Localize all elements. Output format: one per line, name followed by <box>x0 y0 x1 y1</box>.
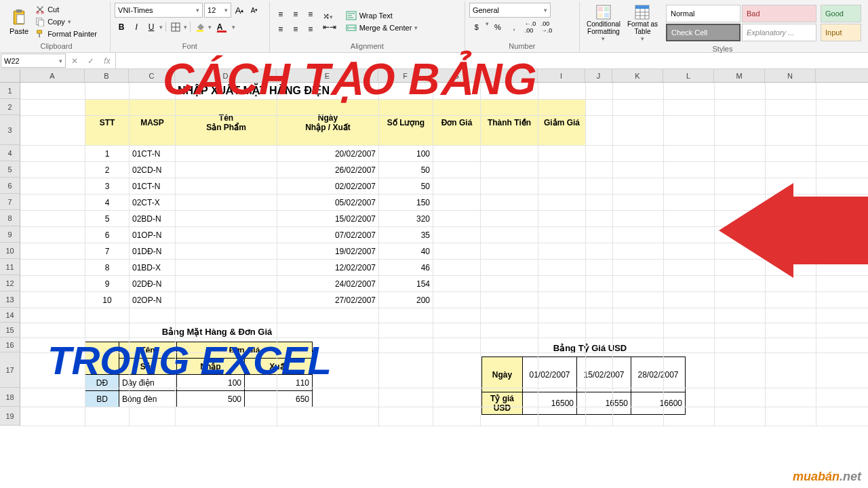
table2-title: Bảng Mặt Hàng & Đơn Giá <box>122 327 312 337</box>
svg-rect-21 <box>635 5 649 9</box>
font-name-select[interactable]: VNI-Times▾ <box>115 3 203 18</box>
border-icon <box>171 22 180 32</box>
row-header[interactable]: 15 <box>0 323 20 338</box>
column-header[interactable]: L <box>663 69 714 82</box>
underline-button[interactable]: U <box>144 20 158 34</box>
svg-rect-18 <box>598 13 603 18</box>
column-header[interactable]: I <box>538 69 585 82</box>
wrap-text-button[interactable]: Wrap Text <box>346 11 418 20</box>
row-header[interactable]: 7 <box>0 194 20 210</box>
name-box[interactable]: W22▾ <box>1 54 66 68</box>
style-bad[interactable]: Bad <box>742 5 816 22</box>
column-header[interactable]: M <box>714 69 765 82</box>
decrease-decimal-button[interactable]: .00→.0 <box>539 20 554 34</box>
row-header[interactable]: 8 <box>0 210 20 226</box>
column-header[interactable]: C <box>129 69 175 82</box>
fill-color-button[interactable] <box>193 20 207 34</box>
row-header[interactable]: 13 <box>0 291 20 308</box>
shrink-font-button[interactable]: A▾ <box>248 3 261 17</box>
row-header[interactable]: 3 <box>0 115 20 145</box>
column-header[interactable]: E <box>277 69 378 82</box>
align-bottom-button[interactable]: ≡ <box>304 7 317 21</box>
style-check-cell[interactable]: Check Cell <box>666 24 741 41</box>
decrease-indent-button[interactable]: ⇤ <box>323 22 330 32</box>
svg-rect-8 <box>39 33 40 37</box>
row-header[interactable]: 12 <box>0 275 20 291</box>
bold-button[interactable]: B <box>115 20 128 34</box>
number-format-select[interactable]: General▾ <box>469 3 551 18</box>
row-header[interactable]: 16 <box>0 338 20 352</box>
row-header[interactable]: 14 <box>0 308 20 323</box>
copy-button[interactable]: Copy ▾ <box>34 16 98 27</box>
cut-button[interactable]: Cut <box>34 4 98 15</box>
cells-area[interactable]: NHẬP XUẤT MẶT HÀNG ĐIỆN STTMASPTên Sản P… <box>20 83 868 426</box>
formula-input[interactable] <box>116 53 868 68</box>
column-header[interactable]: F <box>378 69 433 82</box>
font-size-select[interactable]: 12▾ <box>204 3 231 18</box>
column-header[interactable]: A <box>20 69 85 82</box>
align-center-button[interactable]: ≡ <box>289 22 302 36</box>
comma-button[interactable]: , <box>507 20 521 34</box>
row-header[interactable]: 17 <box>0 352 20 388</box>
row-header[interactable]: 5 <box>0 161 20 178</box>
increase-decimal-button[interactable]: ←.0.00 <box>523 20 538 34</box>
italic-button[interactable]: I <box>130 20 143 34</box>
cancel-button[interactable]: ✕ <box>66 56 83 66</box>
svg-rect-6 <box>39 20 44 26</box>
group-number: General▾ $▾ % , ←.0.00 .00→.0 Number <box>465 1 580 52</box>
column-header[interactable]: N <box>765 69 816 82</box>
table-products: TênĐơn GiáSảnNhậpXuấtDĐDây điện100110BDB… <box>85 342 313 407</box>
group-clipboard: Paste Cut Copy ▾ Format Painter Clipboar… <box>3 1 111 52</box>
align-left-button[interactable]: ≡ <box>274 22 288 36</box>
currency-button[interactable]: $ <box>469 20 484 34</box>
row-header[interactable]: 4 <box>0 145 20 161</box>
format-painter-button[interactable]: Format Painter <box>34 28 98 39</box>
row-header[interactable]: 6 <box>0 178 20 194</box>
align-top-button[interactable]: ≡ <box>274 7 288 21</box>
style-normal[interactable]: Normal <box>666 5 741 22</box>
align-right-button[interactable]: ≡ <box>304 22 317 36</box>
merge-center-button[interactable]: Merge & Center ▾ <box>346 23 418 33</box>
align-middle-button[interactable]: ≡ <box>289 7 302 21</box>
row-header[interactable]: 19 <box>0 407 20 426</box>
wrap-icon <box>346 11 357 20</box>
select-all-corner[interactable] <box>0 69 20 82</box>
row-header[interactable]: 9 <box>0 226 20 243</box>
row-header[interactable]: 2 <box>0 99 20 115</box>
paste-button[interactable]: Paste <box>7 7 31 37</box>
column-header[interactable]: D <box>175 69 277 82</box>
grow-font-button[interactable]: A▴ <box>233 3 246 17</box>
style-input[interactable]: Input <box>821 24 861 41</box>
brush-icon <box>35 29 45 39</box>
group-font: VNI-Times▾ 12▾ A▴ A▾ B I U ▾ ▾ ▾ A <box>111 1 270 52</box>
percent-button[interactable]: % <box>490 20 505 34</box>
format-as-table-button[interactable]: Format as Table▾ <box>625 3 660 43</box>
row-header[interactable]: 18 <box>0 388 20 407</box>
bucket-icon <box>195 22 205 32</box>
column-header[interactable]: J <box>585 69 612 82</box>
column-header[interactable]: G <box>433 69 480 82</box>
table3-title: Bảng Tỷ Giá USD <box>495 343 685 353</box>
svg-rect-1 <box>16 9 22 12</box>
orientation-button[interactable]: ⤮▾ <box>323 12 339 21</box>
spreadsheet-grid[interactable]: ABCDEFGHIJKLMN 1234567891011121314151617… <box>0 69 868 488</box>
fx-button[interactable]: fx <box>99 56 115 66</box>
increase-indent-button[interactable]: ⇥ <box>330 22 336 32</box>
column-header[interactable]: K <box>612 69 663 82</box>
row-header[interactable]: 10 <box>0 243 20 259</box>
column-header[interactable]: B <box>85 69 129 82</box>
table-icon <box>633 4 651 20</box>
row-header[interactable]: 11 <box>0 259 20 275</box>
svg-rect-7 <box>37 30 42 33</box>
conditional-formatting-button[interactable]: Conditional Formatting▾ <box>584 3 623 43</box>
column-header[interactable]: H <box>480 69 538 82</box>
svg-rect-19 <box>604 13 609 18</box>
svg-rect-12 <box>197 30 203 32</box>
svg-rect-16 <box>598 7 603 12</box>
enter-button[interactable]: ✓ <box>83 56 99 66</box>
row-header[interactable]: 1 <box>0 83 20 99</box>
style-explanatory[interactable]: Explanatory ... <box>742 24 816 41</box>
border-button[interactable] <box>169 20 182 34</box>
style-good[interactable]: Good <box>821 5 861 22</box>
ribbon: Paste Cut Copy ▾ Format Painter Clipboar… <box>0 0 868 53</box>
